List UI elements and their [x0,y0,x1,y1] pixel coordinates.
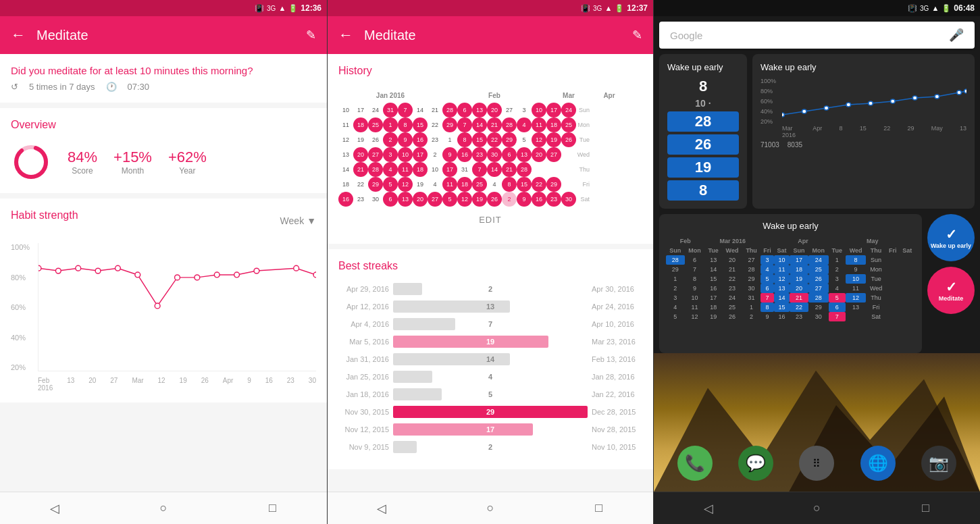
s3-c-mon: Mon [866,265,886,274]
cal-cell-completed: 29 [546,177,561,192]
cal-cell-completed: 12 [532,132,546,147]
month-stat: +15% Month [113,149,152,176]
s3-r3-3b: 3 [829,274,846,284]
s3-r5-28: 28 [808,293,829,303]
streak-count-10: 2 [488,443,492,451]
recents-nav-3[interactable]: □ [912,495,939,522]
question-meta: ↺ 5 times in 7 days 🕐 07:30 [11,82,316,92]
cal-cell-completed: 5 [383,177,398,192]
chart-widget-area: 100% 80% 60% 40% 20% [760,78,966,138]
phone-icon[interactable]: 📞 [677,446,713,481]
cal-cell: 22 [428,117,442,132]
edit-button-1[interactable]: ✎ [306,28,316,43]
chat-icon[interactable]: 💬 [738,446,773,481]
wake-num-19: 19 [667,157,739,178]
x-16: 16 [265,377,273,392]
screen-3: 📳 3G ▲ 🔋 06:48 Google 🎤 Wake up early 8 … [654,0,980,524]
cal-cell-completed: 5 [442,192,457,207]
s3-r7-blank [846,312,866,321]
svg-point-8 [155,303,160,309]
cal-cell: 27 [502,103,517,117]
chart-stats: 71003 8035 [760,141,966,149]
meditate-fab[interactable]: ✓ Meditate [927,267,975,314]
streak-bar-3 [393,318,455,330]
status-time-2: 12:37 [627,3,648,13]
cal-cell-completed: 28 [517,162,532,177]
cal-cell-completed: 30 [487,147,502,162]
home-nav-2[interactable]: ○ [477,495,504,522]
status-bar-1: 📳 3G ▲ 🔋 12:36 [0,0,327,16]
cal-cell: 22 [353,177,368,192]
google-search-bar[interactable]: Google 🎤 [659,22,975,49]
browser-icon[interactable]: 🌐 [860,446,896,481]
cal-cell-completed: 4 [517,117,532,132]
cal-cell-completed: 8 [502,177,517,192]
s3-day-head [900,236,915,246]
calendar-row-5: 14 21 28 4 11 18 10 17 31 7 14 21 [338,162,642,177]
day-sun-label: Sun [576,103,591,117]
back-nav-1[interactable]: ◁ [41,495,68,522]
svg-point-16 [782,113,784,117]
streak-count-2: 13 [486,303,494,311]
streak-count-7: 5 [488,390,492,398]
s3-r5-10: 10 [685,293,705,303]
s3-r3-12: 12 [774,274,790,284]
cal-cell: 19 [353,132,368,147]
s3-dh-fri: Fri [760,246,774,255]
s3-c-4b: 4 [760,265,774,274]
stat-8035: 8035 [788,141,802,149]
cal-cell-completed: 18 [457,177,472,192]
s3-r4-2: 2 [666,284,685,293]
edit-button-2[interactable]: ✎ [632,28,642,43]
wake-up-fab[interactable]: ✓ Wake up early [927,214,975,261]
app-bar-2: ← Meditate ✎ [328,16,653,54]
wake-up-numbers: 8 10 · 28 26 19 8 [667,78,739,201]
recents-nav-2[interactable]: □ [586,495,613,522]
back-button-1[interactable]: ← [11,26,26,44]
chevron-down-icon[interactable]: ▼ [307,215,316,226]
camera-icon[interactable]: 📷 [921,446,956,481]
edit-button[interactable]: EDIT [338,207,642,233]
home-nav-3[interactable]: ○ [804,495,831,522]
week-selector[interactable]: Week ▼ [280,215,316,226]
overview-section: Overview 84% Score +15% Month [0,108,327,193]
back-nav-3[interactable]: ◁ [695,495,722,522]
s3-c-13: 13 [705,255,722,265]
s3-r4-6: 6 [760,284,774,293]
cal-cell-completed: 16 [413,132,428,147]
back-button-2[interactable]: ← [338,26,353,44]
cal-cell-completed: 23 [472,147,487,162]
cal-cell: 19 [413,177,428,192]
streak-start-5: Jan 31, 2016 [338,355,389,363]
streak-bar-container-7: 5 [393,388,588,400]
s3-c-7: 7 [685,265,705,274]
s3-c-1a: 1 [829,255,846,265]
s3-row-7: 5 12 19 26 2 9 16 23 30 7 Sat [666,312,915,321]
apps-icon[interactable]: ⠿ [799,446,834,481]
y-20: 20% [11,363,30,371]
cal-cell-completed: 15 [517,177,532,192]
s3-c-28b: 28 [742,265,760,274]
home-nav-1[interactable]: ○ [150,495,177,522]
s3-r4-11: 11 [846,284,866,293]
s3-r3-15: 15 [705,274,722,284]
s3-cal-table: Feb Mar 2016 Apr May Sun Mon Tue Wed Thu… [666,236,915,321]
stat-71003: 71003 [760,141,779,149]
wake-num-28: 28 [667,111,739,132]
calendar-container: Jan 2016 Feb Mar Apr 10 17 24 31 [338,88,642,207]
recents-nav-1[interactable]: □ [259,495,286,522]
s3-r3-29: 29 [742,274,760,284]
s3-cal-day-row: Sun Mon Tue Wed Thu Fri Sat Sun Mon Tue … [666,246,915,255]
cal-cell-completed: 18 [413,162,428,177]
cal-cell-completed: 8 [457,132,472,147]
s3-c-9b: 9 [846,265,866,274]
back-nav-2[interactable]: ◁ [368,495,395,522]
s3-row-6: 4 11 18 25 1 8 15 22 29 6 13 Fri [666,303,915,312]
s3-dh-tue: Tue [705,246,722,255]
mic-icon[interactable]: 🎤 [949,28,964,43]
widgets-row: Wake up early 8 10 · 28 26 19 8 Wake up … [654,54,980,209]
streak-bar-container-10: 2 [393,441,588,453]
cal-cell-completed: 27 [428,192,442,207]
battery-icon: 🔋 [288,4,298,13]
cal-cell-completed: 26 [561,132,576,147]
